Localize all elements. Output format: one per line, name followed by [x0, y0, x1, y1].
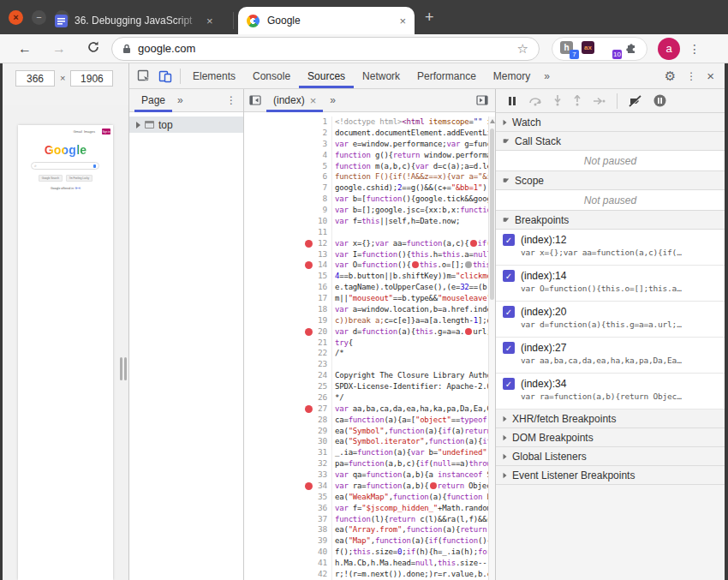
line-number-gutter[interactable]: 7 [244, 182, 332, 194]
collapse-panel-icon[interactable] [249, 95, 261, 105]
line-number-gutter[interactable]: 35 [244, 492, 332, 503]
line-number-gutter[interactable]: 5 [244, 161, 332, 172]
navigator-tab-page[interactable]: Page [134, 89, 172, 112]
bookmark-star-icon[interactable]: ☆ [517, 41, 528, 57]
line-number-gutter[interactable]: 34 [244, 481, 332, 492]
line-number-gutter[interactable]: 1 [244, 117, 332, 128]
device-width-input[interactable] [15, 70, 55, 87]
url-bar[interactable]: google.com ☆ [111, 37, 540, 61]
line-number-gutter[interactable]: 18 [244, 304, 332, 315]
line-number-gutter[interactable]: 19 [244, 315, 332, 326]
gmail-link[interactable]: Gmail [73, 129, 81, 134]
breakpoint-item[interactable]: ✓(index):20var d=function(a){this.g=a=a.… [496, 302, 725, 338]
devtools-close-icon[interactable]: × [707, 69, 714, 83]
window-minimize-button[interactable]: − [32, 10, 46, 25]
editor-tab-index[interactable]: (index) × [266, 89, 323, 112]
page-preview[interactable]: Gmail Images Sign in Google ⌕ Google Sea… [18, 125, 113, 580]
inline-breakpoint-dot-icon[interactable] [430, 482, 437, 489]
line-number-gutter[interactable]: 24 [244, 370, 332, 381]
navigator-more-chevron-icon[interactable]: » [177, 94, 183, 106]
line-number-gutter[interactable]: 22 [244, 348, 332, 359]
section-scope[interactable]: Scope [496, 171, 725, 190]
editor-more-chevron-icon[interactable]: » [330, 94, 336, 106]
line-number-gutter[interactable]: 36 [244, 503, 332, 514]
line-number-gutter[interactable]: 4 [244, 150, 332, 161]
inline-breakpoint-candidate-icon[interactable] [465, 261, 472, 268]
line-number-gutter[interactable]: 15 [244, 271, 332, 282]
line-number-gutter[interactable]: 30 [244, 436, 332, 447]
new-tab-button[interactable]: + [425, 9, 434, 27]
images-link[interactable]: Images [84, 129, 95, 134]
line-number-gutter[interactable]: 27 [244, 404, 332, 415]
tab-close-icon[interactable]: × [399, 15, 406, 27]
settings-gear-icon[interactable]: ⚙ [665, 69, 676, 84]
line-number-gutter[interactable]: 9 [244, 205, 332, 216]
line-number-gutter[interactable]: 17 [244, 293, 332, 304]
line-number-gutter[interactable]: 40 [244, 547, 332, 558]
line-number-gutter[interactable]: 28 [244, 415, 332, 426]
sign-in-button[interactable]: Sign in [102, 129, 110, 135]
language-link[interactable]: हिन्दी [75, 187, 81, 190]
breakpoint-dot-icon[interactable] [305, 261, 313, 269]
line-number-gutter[interactable]: 21 [244, 338, 332, 349]
scrollbar-thumb[interactable] [490, 129, 494, 300]
back-icon[interactable]: ← [15, 41, 34, 57]
reload-icon[interactable] [84, 40, 103, 57]
section-event-listener-breakpoints[interactable]: Event Listener Breakpoints [496, 466, 725, 485]
line-number-gutter[interactable]: 6 [244, 171, 332, 182]
breakpoint-dot-icon[interactable] [305, 240, 313, 248]
tab-sources[interactable]: Sources [299, 63, 354, 88]
breakpoint-item[interactable]: ✓(index):34var ra=function(a,b){return O… [496, 374, 725, 410]
more-tabs-chevron-icon[interactable]: » [539, 70, 555, 82]
breakpoint-checkbox[interactable]: ✓ [503, 378, 515, 390]
breakpoint-dot-icon[interactable] [305, 482, 313, 490]
browser-tab-debugging[interactable]: 36. Debugging JavaScript × [55, 7, 231, 34]
section-dom-breakpoints[interactable]: DOM Breakpoints [496, 428, 725, 447]
line-number-gutter[interactable]: 16 [244, 282, 332, 293]
section-xhr-breakpoints[interactable]: XHR/fetch Breakpoints [496, 410, 725, 428]
line-number-gutter[interactable]: 10 [244, 216, 332, 227]
breakpoint-dot-icon[interactable] [305, 328, 313, 336]
line-number-gutter[interactable]: 11 [244, 227, 332, 238]
inline-breakpoint-dot-icon[interactable] [465, 328, 472, 335]
mic-icon[interactable] [93, 164, 96, 168]
pause-script-icon[interactable] [507, 96, 517, 106]
editor-scrollbar[interactable] [488, 117, 495, 580]
line-number-gutter[interactable]: 2 [244, 128, 332, 139]
window-close-button[interactable]: × [9, 10, 23, 25]
tab-memory[interactable]: Memory [485, 63, 539, 88]
tree-item-top[interactable]: top [129, 117, 243, 133]
google-search-button[interactable]: Google Search [39, 175, 63, 182]
line-number-gutter[interactable]: 42 [244, 569, 332, 580]
tab-network[interactable]: Network [354, 63, 409, 88]
line-number-gutter[interactable]: 26 [244, 392, 332, 404]
browser-menu-kebab-icon[interactable]: ⋮ [689, 42, 701, 56]
inline-breakpoint-dot-icon[interactable] [470, 240, 477, 247]
editor-tab-close-icon[interactable]: × [310, 94, 317, 107]
line-number-gutter[interactable]: 14 [244, 260, 332, 271]
feeling-lucky-button[interactable]: I'm Feeling Lucky [66, 175, 92, 182]
line-number-gutter[interactable]: 33 [244, 469, 332, 481]
device-toolbar-toggle-icon[interactable] [158, 69, 172, 83]
breakpoint-item[interactable]: ✓(index):12var x={};var aa=function(a,c)… [496, 230, 725, 266]
line-number-gutter[interactable]: 20 [244, 326, 332, 338]
line-number-gutter[interactable]: 31 [244, 447, 332, 458]
apps-grid-icon[interactable] [97, 130, 100, 134]
profile-avatar[interactable]: a [658, 38, 680, 60]
line-number-gutter[interactable]: 8 [244, 194, 332, 205]
search-box[interactable]: ⌕ [31, 162, 99, 170]
line-number-gutter[interactable]: 12 [244, 238, 332, 249]
tab-console[interactable]: Console [244, 63, 299, 88]
extension-axe-icon[interactable]: ax [582, 41, 596, 56]
line-number-gutter[interactable]: 37 [244, 514, 332, 525]
pause-on-exceptions-icon[interactable] [653, 94, 666, 107]
breakpoint-item[interactable]: ✓(index):14var O=function(){this.o=[];th… [496, 266, 725, 302]
section-breakpoints[interactable]: Breakpoints [496, 211, 725, 230]
browser-tab-google[interactable]: Google × [238, 7, 415, 34]
breakpoint-dot-icon[interactable] [305, 405, 313, 413]
line-number-gutter[interactable]: 25 [244, 381, 332, 392]
device-height-input[interactable] [70, 70, 113, 87]
url-text[interactable]: google.com [138, 42, 517, 55]
breakpoint-checkbox[interactable]: ✓ [503, 234, 515, 246]
inline-breakpoint-dot-icon[interactable] [412, 261, 419, 268]
